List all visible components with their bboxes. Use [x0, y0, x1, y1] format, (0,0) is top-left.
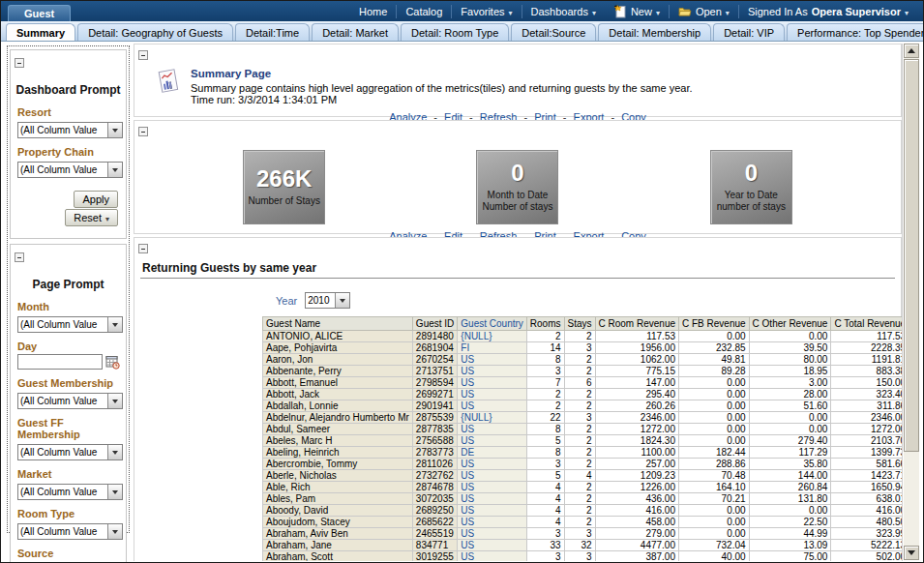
guest-country-cell[interactable]: US	[458, 377, 526, 389]
signed-in-user-menu[interactable]: Signed In As Opera Supervisor	[738, 5, 917, 18]
guest-country-cell[interactable]: US	[458, 551, 526, 562]
guest-country-cell[interactable]: FI	[458, 342, 526, 354]
nav-item-catalog[interactable]: Catalog	[396, 5, 451, 18]
guest-country-cell[interactable]: {NULL}	[458, 331, 526, 342]
guest-country-cell[interactable]: US	[458, 493, 526, 505]
scroll-down-button[interactable]	[904, 546, 919, 560]
guest-country-cell[interactable]: US	[458, 517, 526, 528]
dropdown-arrow-icon[interactable]	[107, 445, 122, 459]
guest-country-cell[interactable]: US	[458, 354, 526, 366]
guest-country-cell[interactable]: US	[458, 459, 526, 470]
nav-item-dashboards[interactable]: Dashboards	[522, 5, 605, 18]
dashboard-tab-guest[interactable]: Guest	[8, 5, 71, 21]
column-header-c-total-revenue[interactable]: C Total Revenue	[831, 317, 903, 331]
table-cell: ANTONIO, ALICE	[263, 331, 413, 342]
collapse-icon[interactable]	[138, 127, 148, 136]
column-header-c-fb-revenue[interactable]: C FB Revenue	[679, 317, 750, 331]
kpi-tile-month-to-date[interactable]: 0Month to Date Number of stays	[476, 150, 558, 224]
dropdown-arrow-icon[interactable]	[107, 524, 122, 539]
global-nav-links: HomeCatalogFavoritesDashboards	[350, 5, 605, 18]
tab-detail-vip[interactable]: Detail: VIP	[713, 23, 785, 41]
dropdown-arrow-icon[interactable]	[107, 394, 122, 408]
dashboard-main-content: Summary Page Summary page contains high …	[134, 44, 903, 561]
table-cell: 2681904	[412, 342, 457, 354]
guest-country-cell[interactable]: US	[458, 435, 526, 447]
dropdown-arrow-icon[interactable]	[107, 123, 122, 137]
guest-country-cell[interactable]: US	[458, 470, 526, 482]
tab-detail-market[interactable]: Detail: Market	[312, 23, 399, 41]
day-input[interactable]	[17, 354, 103, 370]
returning-guests-section: Returning Guests by same year Year 2010 …	[134, 237, 902, 561]
collapse-icon[interactable]	[138, 244, 148, 253]
guest-country-cell[interactable]: US	[458, 528, 526, 540]
tab-detail-membership[interactable]: Detail: Membership	[598, 23, 711, 41]
tab-summary[interactable]: Summary	[6, 23, 75, 41]
collapse-icon[interactable]	[15, 252, 24, 262]
guest-country-cell[interactable]: US	[458, 540, 526, 551]
apply-button[interactable]: Apply	[74, 191, 118, 208]
guest-country-cell[interactable]: US	[458, 389, 526, 400]
guest-country-cell[interactable]: US	[458, 400, 526, 412]
open-menu[interactable]: Open	[669, 5, 738, 18]
guest-country-cell[interactable]: DE	[458, 447, 526, 459]
guest-ff-membership-select[interactable]: (All Column Value	[17, 444, 123, 460]
guest-country-cell[interactable]: US	[458, 505, 526, 517]
vertical-scrollbar[interactable]	[904, 44, 919, 560]
year-select[interactable]: 2010	[305, 292, 350, 309]
nav-item-home[interactable]: Home	[350, 5, 396, 18]
year-select-value: 2010	[306, 293, 335, 308]
kpi-tile-number-of-stays[interactable]: 266KNumber of Stays	[243, 150, 325, 224]
column-header-c-room-revenue[interactable]: C Room Revenue	[595, 317, 678, 331]
dropdown-arrow-icon[interactable]	[107, 163, 122, 177]
resort-select[interactable]: (All Column Value	[17, 122, 123, 138]
table-cell: 2	[564, 505, 595, 517]
guest-country-cell[interactable]: US	[458, 482, 526, 493]
column-header-rooms[interactable]: Rooms	[526, 317, 564, 331]
table-cell: 2	[564, 424, 595, 435]
property-chain-select[interactable]: (All Column Value	[17, 162, 123, 178]
table-cell: 2756588	[412, 435, 457, 447]
prompt-label-property-chain: Property Chain	[17, 146, 122, 158]
dropdown-arrow-icon[interactable]	[335, 293, 349, 308]
table-row: Ables, Pam3072035US42436.0070.21131.8063…	[263, 493, 904, 505]
guest-membership-select[interactable]: (All Column Value	[17, 393, 123, 409]
column-header-c-other-revenue[interactable]: C Other Revenue	[749, 317, 831, 331]
new-menu[interactable]: New	[605, 5, 669, 18]
kpi-tile-year-to-date[interactable]: 0Year to Date number of stays	[710, 150, 792, 224]
dropdown-arrow-icon[interactable]	[107, 317, 122, 332]
column-header-stays[interactable]: Stays	[564, 317, 595, 331]
table-row: Abraham, Aviv Ben2465519US33279.000.0044…	[263, 528, 904, 540]
table-cell: 4	[526, 505, 564, 517]
table-cell: 2	[564, 400, 595, 412]
table-cell: 323.40	[831, 389, 903, 400]
tab-detail-source[interactable]: Detail:Source	[511, 23, 596, 41]
chevron-down-icon	[105, 212, 109, 223]
guest-country-cell[interactable]: US	[458, 366, 526, 377]
room-type-select[interactable]: (All Column Value	[17, 523, 123, 540]
column-header-guest-id[interactable]: Guest ID	[412, 317, 457, 331]
column-header-guest-country[interactable]: Guest Country	[458, 317, 526, 331]
month-select[interactable]: (All Column Value	[17, 316, 123, 333]
collapse-icon[interactable]	[15, 58, 24, 68]
table-cell: 436.00	[595, 493, 678, 505]
scrollbar-thumb[interactable]	[904, 59, 919, 452]
nav-item-favorites[interactable]: Favorites	[451, 5, 521, 18]
tab-performance-top-spenders[interactable]: Performance: Top Spenders	[787, 23, 924, 41]
column-header-guest-name[interactable]: Guest Name	[263, 317, 413, 331]
guest-country-cell[interactable]: US	[458, 424, 526, 435]
dropdown-arrow-icon[interactable]	[107, 485, 122, 499]
reset-button[interactable]: Reset	[65, 209, 118, 226]
collapse-icon[interactable]	[138, 50, 148, 60]
table-cell: 480.50	[831, 517, 903, 528]
guest-country-cell[interactable]: {NULL}	[458, 412, 526, 424]
calendar-icon[interactable]	[105, 355, 120, 370]
tab-detail-geography-of-guests[interactable]: Detail: Geography of Guests	[77, 23, 233, 41]
market-select[interactable]: (All Column Value	[17, 484, 123, 500]
tab-detail-time[interactable]: Detail:Time	[235, 23, 310, 41]
tab-detail-room-type[interactable]: Detail: Room Type	[401, 23, 509, 41]
global-nav: HomeCatalogFavoritesDashboards New Open …	[350, 1, 923, 21]
table-cell: 13.09	[749, 540, 831, 551]
table-cell: 775.15	[595, 366, 678, 377]
table-cell: 2689250	[412, 505, 457, 517]
scroll-up-button[interactable]	[904, 44, 919, 58]
